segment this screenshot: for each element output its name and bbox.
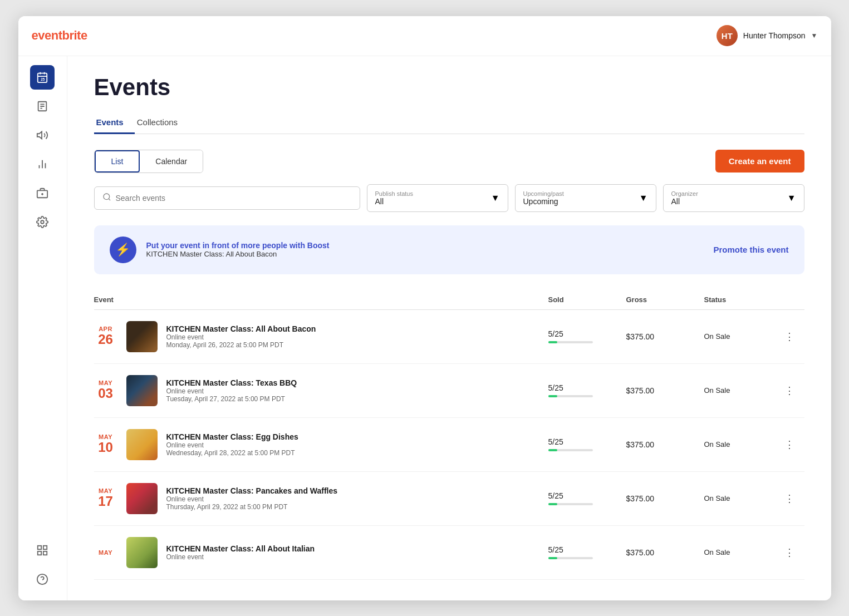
sidebar-item-apps[interactable] [30,538,55,563]
event-thumbnail [126,537,158,568]
user-menu[interactable]: HT Hunter Thompson ▼ [717,25,818,46]
event-day: 26 [94,332,117,347]
search-icon [102,193,111,204]
event-details: KITCHEN Master Class: All About Italian … [166,544,315,561]
sidebar-item-analytics[interactable] [30,152,55,176]
tab-collections[interactable]: Collections [135,112,189,134]
event-day: 17 [94,494,117,509]
promote-link[interactable]: Promote this event [713,245,788,254]
organizer-label: Organizer [671,190,698,197]
svg-line-24 [109,199,110,200]
table-row: MAY 10 KITCHEN Master Class: Egg Dishes … [94,418,804,472]
chevron-down-icon: ▼ [639,193,648,203]
sidebar-item-orders[interactable] [30,94,55,119]
event-date: MAY 17 [94,487,117,509]
tab-events[interactable]: Events [94,112,135,134]
upcoming-value: Upcoming [523,197,564,206]
sold-bar-bg [548,557,593,559]
more-options-button[interactable]: ⋮ [782,436,797,453]
event-details: KITCHEN Master Class: Egg Dishes Online … [166,432,298,457]
sidebar-item-promotions[interactable] [30,123,55,147]
filters-row: Publish status All ▼ Upcoming/past Upcom… [94,184,804,212]
event-thumbnail [126,483,158,514]
chevron-down-icon: ▼ [811,32,818,40]
event-datetime: Tuesday, April 27, 2022 at 5:00 PM PDT [166,395,297,403]
event-cell-gross: $375.00 [626,386,704,395]
event-details: KITCHEN Master Class: Pancakes and Waffl… [166,486,338,511]
col-header-actions [782,295,804,304]
top-nav: eventbrite HT Hunter Thompson ▼ [18,16,831,56]
sold-text: 5/25 [548,383,626,392]
event-date: MAY [94,549,117,556]
svg-rect-19 [38,551,41,554]
sold-text: 5/25 [548,491,626,500]
svg-rect-18 [43,545,47,549]
table-header: Event Sold Gross Status [94,290,804,310]
sold-bar-fill [548,449,557,451]
event-cell-info: MAY 03 KITCHEN Master Class: Texas BBQ O… [94,375,548,406]
sold-bar-bg [548,503,593,505]
upcoming-label: Upcoming/past [523,190,564,197]
more-options-button[interactable]: ⋮ [782,328,797,345]
col-header-gross: Gross [626,295,704,304]
event-datetime: Wednesday, April 28, 2022 at 5:00 PM PDT [166,449,298,457]
sold-bar-fill [548,503,557,505]
publish-status-filter[interactable]: Publish status All ▼ [367,184,508,212]
event-cell-sold: 5/25 [548,491,626,505]
search-input[interactable] [116,194,352,203]
event-day: 10 [94,440,117,455]
boost-left: ⚡ Put your event in front of more people… [110,236,330,263]
event-cell-info: APR 26 KITCHEN Master Class: All About B… [94,321,548,352]
event-name[interactable]: KITCHEN Master Class: All About Bacon [166,324,316,333]
event-thumbnail [126,321,158,352]
chevron-down-icon: ▼ [491,193,500,203]
event-type: Online event [166,495,338,503]
event-name[interactable]: KITCHEN Master Class: All About Italian [166,544,315,553]
more-options-button[interactable]: ⋮ [782,544,797,561]
event-cell-status: On Sale [704,332,782,341]
event-type: Online event [166,387,297,395]
table-row: MAY 17 KITCHEN Master Class: Pancakes an… [94,472,804,526]
sold-bar-fill [548,395,557,397]
publish-status-label: Publish status [375,190,413,197]
more-options-button[interactable]: ⋮ [782,490,797,507]
event-cell-gross: $375.00 [626,548,704,557]
event-cell-info: MAY KITCHEN Master Class: All About Ital… [94,537,548,568]
sidebar-item-help[interactable] [30,567,55,592]
table-row: MAY 03 KITCHEN Master Class: Texas BBQ O… [94,364,804,418]
table-row: MAY KITCHEN Master Class: All About Ital… [94,526,804,580]
sold-bar-fill [548,557,557,559]
event-name[interactable]: KITCHEN Master Class: Texas BBQ [166,378,297,387]
event-cell-gross: $375.00 [626,494,704,503]
event-type: Online event [166,333,316,341]
event-cell-actions: ⋮ [782,490,804,507]
search-box[interactable] [94,186,360,210]
upcoming-filter[interactable]: Upcoming/past Upcoming ▼ [515,184,656,212]
organizer-filter[interactable]: Organizer All ▼ [663,184,804,212]
boost-banner: ⚡ Put your event in front of more people… [94,225,804,274]
event-cell-actions: ⋮ [782,382,804,399]
create-event-button[interactable]: Create an event [715,150,804,173]
user-name: Hunter Thompson [743,31,806,40]
event-name[interactable]: KITCHEN Master Class: Pancakes and Waffl… [166,486,338,495]
event-details: KITCHEN Master Class: All About Bacon On… [166,324,316,349]
event-cell-status: On Sale [704,548,782,556]
more-options-button[interactable]: ⋮ [782,382,797,399]
sold-bar-bg [548,395,593,397]
sidebar-item-finance[interactable] [30,181,55,205]
event-cell-info: MAY 17 KITCHEN Master Class: Pancakes an… [94,483,548,514]
svg-marker-9 [37,131,42,139]
calendar-view-button[interactable]: Calendar [140,150,203,173]
event-cell-status: On Sale [704,494,782,502]
svg-point-23 [104,194,110,200]
event-thumbnail [126,429,158,460]
sidebar-item-calendar[interactable]: 25 [30,65,55,90]
view-toggle: List Calendar [94,150,204,173]
sidebar-item-settings[interactable] [30,210,55,234]
organizer-value: All [671,197,698,206]
event-name[interactable]: KITCHEN Master Class: Egg Dishes [166,432,298,441]
event-date: MAY 10 [94,433,117,455]
sold-bar-fill [548,341,557,343]
event-day: 03 [94,386,117,401]
list-view-button[interactable]: List [95,150,140,173]
